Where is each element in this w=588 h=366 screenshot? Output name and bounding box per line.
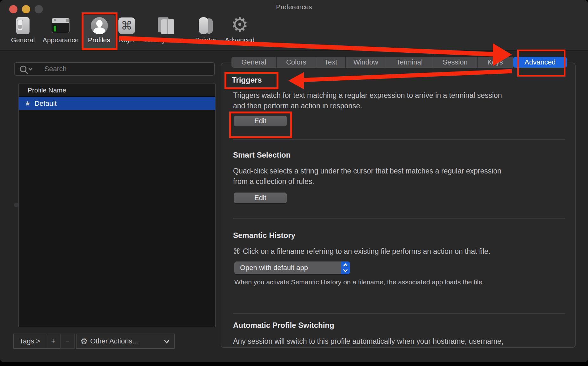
section-divider — [233, 218, 565, 219]
profile-list: Profile Name ★Default — [18, 84, 216, 327]
semantic-history-heading: Semantic History — [233, 231, 295, 240]
triggers-description: Triggers watch for text matching a regul… — [233, 90, 570, 111]
pointer-mouse-icon — [196, 17, 215, 35]
tab-session[interactable]: Session — [433, 57, 478, 68]
toolbar-item-advanced[interactable]: ⚙ Advanced — [216, 14, 264, 50]
remove-profile-button[interactable]: − — [60, 334, 75, 349]
smart-selection-description: Quad-click selects a string under the cu… — [233, 166, 570, 187]
tab-general[interactable]: General — [231, 57, 277, 68]
search-icon — [19, 65, 41, 74]
toolbar-label: Advanced — [216, 36, 264, 44]
advanced-gear-icon: ⚙ — [230, 17, 249, 35]
profile-name: Default — [35, 99, 57, 107]
profile-row-default[interactable]: ★Default — [19, 97, 215, 110]
tab-advanced[interactable]: Advanced — [513, 57, 567, 68]
window-title: Preferences — [0, 3, 588, 11]
auto-profile-switching-description: Any session will switch to this profile … — [233, 336, 570, 347]
chevron-down-icon — [163, 339, 170, 344]
star-icon: ★ — [24, 99, 31, 107]
profile-tab-bar: General Colors Text Window Terminal Sess… — [231, 57, 567, 68]
appearance-window-icon: × — [51, 17, 70, 35]
tab-text[interactable]: Text — [316, 57, 346, 68]
smart-selection-edit-button[interactable]: Edit — [234, 193, 287, 203]
tags-button[interactable]: Tags > — [13, 334, 46, 349]
toolbar-divider — [0, 51, 588, 51]
search-input[interactable] — [44, 64, 210, 74]
semantic-history-caption: When you activate Semantic History on a … — [234, 278, 484, 286]
tab-keys[interactable]: Keys — [478, 57, 513, 68]
title-bar: Preferences General × Appearance — [0, 0, 588, 51]
dropdown-stepper-icon[interactable] — [341, 261, 350, 274]
gear-icon: ⚙ — [80, 334, 88, 348]
arrangements-windows-icon — [156, 17, 175, 35]
general-switch-icon — [13, 17, 32, 35]
section-divider — [233, 313, 565, 314]
semantic-history-description: ⌘-Click on a filename referring to an ex… — [233, 246, 570, 257]
tab-colors[interactable]: Colors — [277, 57, 316, 68]
semantic-history-dropdown[interactable]: Open with default app — [234, 261, 350, 274]
tab-window[interactable]: Window — [346, 57, 386, 68]
other-actions-dropdown[interactable]: ⚙Other Actions... — [76, 334, 175, 349]
keys-command-icon: ⌘ — [117, 17, 136, 35]
profile-list-header: Profile Name — [19, 84, 215, 97]
preferences-window: Preferences General × Appearance — [0, 0, 588, 362]
tab-terminal[interactable]: Terminal — [386, 57, 433, 68]
other-actions-label: Other Actions... — [90, 337, 138, 345]
add-profile-button[interactable]: + — [46, 334, 61, 349]
search-field[interactable] — [14, 62, 215, 76]
smart-selection-heading: Smart Selection — [233, 151, 291, 159]
section-divider — [233, 139, 565, 140]
sidebar-drag-dot — [14, 203, 18, 207]
triggers-heading: Triggers — [232, 76, 262, 85]
auto-profile-switching-heading: Automatic Profile Switching — [233, 321, 334, 330]
dropdown-selected-value: Open with default app — [240, 264, 308, 272]
triggers-edit-button[interactable]: Edit — [234, 116, 287, 126]
